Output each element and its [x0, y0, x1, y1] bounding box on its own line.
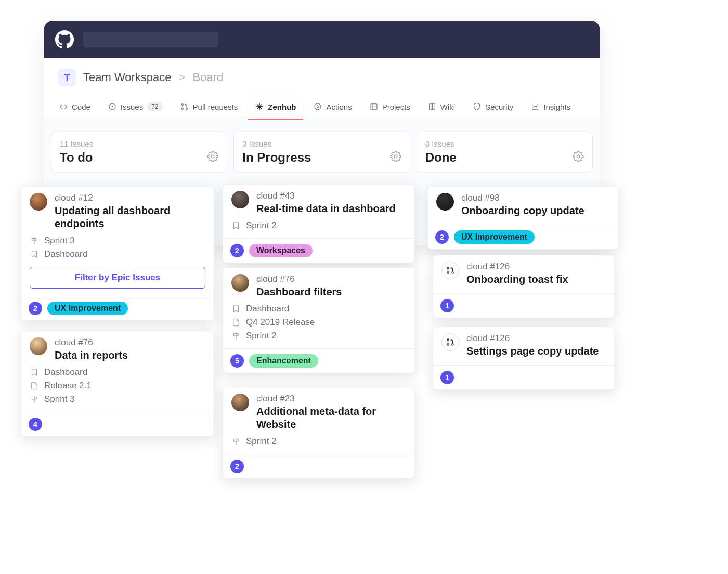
issue-card[interactable]: cloud #126 Settings page copy update 1 [433, 327, 615, 390]
tab-zenhub[interactable]: Zenhub [248, 97, 303, 120]
issue-title: Onboarding toast fix [466, 273, 568, 286]
release-tag: Q4 2019 Release [231, 317, 406, 328]
issue-reference: cloud #126 [466, 262, 568, 272]
issue-card[interactable]: cloud #23 Additional meta-data for Websi… [223, 387, 415, 479]
issue-label[interactable]: UX Improvement [47, 302, 128, 315]
estimate-badge: 2 [230, 244, 244, 257]
tab-actions[interactable]: Actions [306, 97, 359, 120]
pipeline-settings-button[interactable] [573, 151, 584, 164]
issue-card[interactable]: cloud #126 Onboarding toast fix 1 [433, 255, 615, 318]
bookmark-icon [231, 221, 241, 230]
issue-card[interactable]: cloud #12 Updating all dashboard endpoin… [21, 186, 214, 321]
gear-icon [573, 151, 584, 162]
issue-reference: cloud #76 [256, 274, 342, 284]
pipeline-done[interactable]: 8 Issues Done [417, 132, 593, 173]
pipeline-count: 3 Issues [242, 139, 401, 148]
issues-count: 72 [147, 102, 162, 111]
signpost-icon [30, 236, 39, 245]
signpost-icon [231, 331, 241, 341]
issue-title: Onboarding copy update [461, 204, 584, 217]
issue-reference: cloud #98 [461, 193, 584, 203]
issue-label[interactable]: UX Improvement [454, 230, 535, 244]
avatar[interactable] [231, 274, 249, 292]
pull-request-icon [446, 266, 455, 275]
issue-label[interactable]: Workspaces [249, 244, 313, 257]
sprint-tag: Sprint 3 [30, 394, 205, 405]
pipeline-settings-button[interactable] [207, 151, 218, 164]
release-tag: Release 2.1 [30, 381, 205, 391]
pipeline-count: 8 Issues [425, 139, 584, 148]
estimate-badge: 1 [440, 371, 454, 384]
pipeline-title: In Progress [242, 150, 311, 165]
pipeline-todo[interactable]: 11 Issues To do [51, 132, 227, 173]
signpost-icon [30, 395, 39, 404]
avatar[interactable] [436, 193, 454, 211]
sprint-tag: Sprint 2 [231, 436, 406, 447]
issue-label[interactable]: Enhancement [249, 354, 318, 368]
issue-card[interactable]: cloud #76 Data in reports Dashboard Rele… [21, 331, 214, 437]
issue-reference: cloud #76 [55, 337, 128, 348]
pull-request-icon [180, 102, 189, 111]
tab-projects[interactable]: Projects [362, 97, 418, 120]
wiki-icon [428, 102, 436, 111]
issue-title: Real-time data in dashboard [256, 202, 396, 215]
issue-card[interactable]: cloud #98 Onboarding copy update 2 UX Im… [427, 186, 619, 250]
issue-reference: cloud #12 [55, 193, 205, 203]
avatar[interactable] [231, 191, 249, 208]
graph-icon [531, 102, 539, 111]
tab-pull-requests[interactable]: Pull requests [173, 97, 245, 120]
pull-request-avatar[interactable] [441, 333, 459, 351]
bookmark-icon [30, 368, 39, 377]
estimate-badge: 2 [230, 460, 244, 473]
breadcrumb-workspace[interactable]: Team Workspace [83, 71, 172, 84]
issue-title: Updating all dashboard endpoints [55, 204, 205, 230]
pull-request-icon [446, 337, 455, 347]
workspace-badge[interactable]: T [58, 69, 76, 86]
signpost-icon [231, 437, 241, 446]
tab-code[interactable]: Code [52, 97, 98, 120]
breadcrumb-current: Board [192, 71, 223, 84]
avatar[interactable] [30, 193, 47, 211]
tab-insights[interactable]: Insights [524, 97, 578, 120]
code-icon [59, 102, 68, 111]
tab-issues[interactable]: Issues72 [101, 97, 170, 120]
github-topbar [44, 21, 600, 58]
avatar[interactable] [231, 394, 249, 411]
estimate-badge: 2 [29, 302, 42, 315]
gear-icon [390, 151, 401, 162]
tab-security[interactable]: Security [465, 97, 521, 120]
pipeline-count: 11 Issues [60, 139, 218, 148]
actions-icon [314, 102, 322, 111]
issue-reference: cloud #43 [256, 191, 396, 201]
epic-tag: Dashboard [30, 367, 205, 377]
bookmark-icon [231, 304, 241, 314]
issue-title: Additional meta-data for Website [256, 405, 406, 431]
github-logo-icon[interactable] [55, 30, 74, 49]
filter-by-epic-button[interactable]: Filter by Epic Issues [30, 267, 205, 289]
breadcrumb: T Team Workspace > Board [44, 58, 600, 90]
tab-wiki[interactable]: Wiki [421, 97, 462, 120]
pipeline-settings-button[interactable] [390, 151, 401, 164]
repo-tabs: Code Issues72 Pull requests Zenhub Actio… [44, 90, 600, 120]
avatar[interactable] [30, 337, 47, 355]
issue-card[interactable]: cloud #43 Real-time data in dashboard Sp… [223, 184, 415, 263]
pipeline-title: Done [425, 150, 457, 165]
epic-tag: Dashboard [30, 249, 205, 259]
issue-card[interactable]: cloud #76 Dashboard filters Dashboard Q4… [223, 267, 415, 373]
projects-icon [370, 102, 378, 111]
sprint-tag: Sprint 2 [231, 331, 406, 341]
issue-reference: cloud #126 [466, 333, 599, 344]
sprint-tag: Sprint 3 [30, 236, 205, 246]
shield-icon [473, 102, 481, 111]
search-input[interactable] [83, 32, 218, 47]
chevron-right-icon: > [179, 71, 186, 84]
sprint-tag: Sprint 2 [231, 220, 406, 231]
issue-icon [108, 102, 116, 111]
pipeline-in-progress[interactable]: 3 Issues In Progress [233, 132, 410, 173]
issue-title: Dashboard filters [256, 285, 342, 298]
epic-tag: Dashboard [231, 304, 406, 314]
pull-request-avatar[interactable] [441, 262, 459, 279]
issue-title: Settings page copy update [466, 345, 599, 358]
file-icon [30, 381, 39, 390]
bookmark-icon [30, 250, 39, 259]
